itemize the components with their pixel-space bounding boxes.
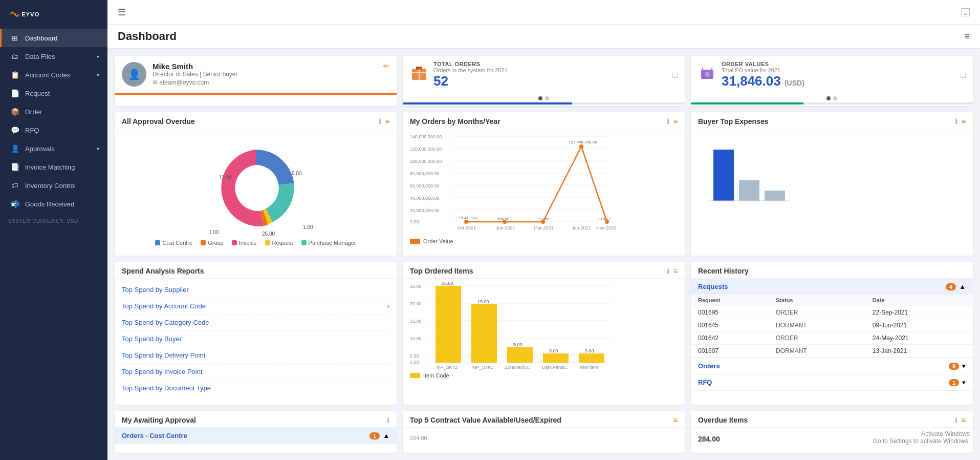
total-orders-progress-bar	[403, 102, 572, 104]
history-orders-row[interactable]: Orders 9 ▾	[691, 358, 973, 374]
cell-request: 001607	[691, 345, 769, 358]
sidebar-item-invoice-matching[interactable]: 📑 Invoice Matching	[0, 158, 107, 176]
chevron-down-icon: ▾	[962, 362, 966, 370]
svg-text:19.00: 19.00	[477, 299, 489, 304]
cell-date: 22-Sep-2021	[865, 306, 973, 319]
legend-label: Group	[208, 240, 224, 246]
recent-history-card: Recent History Requests 4 ▲ Request Stat…	[691, 262, 973, 405]
order-values-menu[interactable]: □	[961, 71, 966, 80]
logo[interactable]: EYVO	[0, 0, 107, 29]
sidebar: EYVO ⊞ Dashboard 🗂 Data Files ▾ 📋 Accoun…	[0, 0, 107, 460]
system-currency: SYSTEM CURRENCY: USD	[0, 213, 107, 229]
menu-icon[interactable]: ≡	[962, 416, 966, 424]
svg-text:120,000,000.00: 120,000,000.00	[410, 147, 442, 152]
sidebar-item-dashboard[interactable]: ⊞ Dashboard	[0, 29, 107, 47]
page-title: Dashboard	[118, 30, 177, 43]
col-request: Request	[691, 295, 769, 306]
svg-text:25.00: 25.00	[442, 281, 453, 286]
history-rfq-row[interactable]: RFQ 1 ▾	[691, 374, 973, 391]
hamburger-button[interactable]: ☰	[118, 7, 126, 18]
sidebar-item-order[interactable]: 📦 Order	[0, 102, 107, 121]
spend-item-document-type[interactable]: Top Spend by Document Type	[122, 380, 389, 396]
spend-item-delivery-point[interactable]: Top Spend by Delivery Point	[122, 347, 389, 364]
bar-chart-legend: Item Code	[410, 370, 678, 381]
overdue-items-title: Overdue Items	[698, 416, 955, 424]
svg-rect-47	[713, 150, 734, 201]
awaiting-approval-card: My Awaiting Approval ℹ Orders - Cost Cen…	[115, 411, 397, 453]
total-orders-menu[interactable]: □	[672, 71, 678, 80]
sidebar-item-request[interactable]: 📄 Request	[0, 84, 107, 102]
requests-label: Requests	[698, 283, 946, 290]
buyer-bar-chart	[698, 139, 800, 221]
order-values-currency: (USD)	[785, 79, 804, 87]
top5-contract-value-row: 284.00	[410, 435, 678, 444]
page-title-bar: Dashboard ≡	[107, 25, 980, 49]
svg-text:123,456,700.00: 123,456,700.00	[569, 140, 597, 144]
sidebar-item-approvals[interactable]: 👤 Approvals ▾	[0, 139, 107, 158]
legend-request: Request	[265, 240, 293, 246]
orders-badge: 9	[949, 363, 959, 370]
chevron-down-icon: ▾	[97, 54, 99, 59]
spend-item-buyer[interactable]: Top Spend by Buyer	[122, 331, 389, 347]
profile-progress-bar	[115, 93, 397, 95]
info-icon[interactable]: ℹ	[379, 117, 381, 126]
profile-card: 👤 Mike Smith Director of Sales | Senior …	[115, 56, 397, 106]
svg-text:Dark Fanta...: Dark Fanta...	[542, 365, 569, 370]
legend-label: Request	[272, 240, 293, 246]
sidebar-item-account-codes[interactable]: 📋 Account Codes ▾	[0, 66, 107, 84]
menu-icon[interactable]: ≡	[673, 416, 678, 424]
sidebar-item-rfq[interactable]: 💬 RFQ	[0, 121, 107, 139]
svg-text:Oct-2021: Oct-2021	[457, 225, 476, 231]
info-icon[interactable]: ℹ	[387, 416, 389, 424]
total-orders-card: TOTAL ORDERS Orders in the system for 20…	[403, 56, 685, 106]
awaiting-orders-cost-centre[interactable]: Orders - Cost Centre 1 ▲	[115, 428, 397, 444]
svg-text:396.00: 396.00	[497, 217, 510, 221]
awaiting-approval-title: My Awaiting Approval	[122, 416, 387, 424]
svg-text:9.00: 9.00	[292, 171, 302, 176]
spend-analysis-list: Top Spend by Supplier Top Spend by Accou…	[115, 279, 397, 403]
svg-text:3.00: 3.00	[585, 348, 594, 353]
total-orders-subtitle: Orders in the system for 2021	[433, 67, 667, 73]
svg-text:1.00: 1.00	[303, 224, 313, 230]
sidebar-item-inventory-control[interactable]: 🏷 Inventory Control	[0, 176, 107, 195]
legend-label: Order Value	[423, 238, 453, 244]
profile-name: Mike Smith	[153, 62, 238, 71]
menu-icon[interactable]: ≡	[673, 267, 678, 275]
legend-label: Cost Centre	[162, 240, 192, 246]
spend-item-category-code[interactable]: Top Spend by Category Code	[122, 315, 389, 331]
svg-point-10	[235, 168, 276, 208]
sidebar-item-goods-received[interactable]: 📬 Goods Received	[0, 195, 107, 213]
menu-icon[interactable]: ≡	[385, 117, 389, 126]
history-requests-header[interactable]: Requests 4 ▲	[691, 279, 973, 295]
menu-icon[interactable]: ≡	[962, 117, 966, 126]
request-icon: 📄	[10, 89, 20, 97]
order-values-progress-bar	[691, 102, 803, 104]
info-icon[interactable]: ℹ	[667, 267, 669, 275]
spend-item-supplier[interactable]: Top Spend by Supplier	[122, 282, 389, 298]
svg-rect-49	[765, 191, 785, 201]
legend-color	[232, 240, 237, 245]
info-icon[interactable]: ℹ	[955, 416, 957, 424]
sidebar-item-label: Dashboard	[25, 34, 99, 42]
svg-text:1.00: 1.00	[209, 229, 219, 235]
page-menu-icon[interactable]: ≡	[964, 31, 970, 42]
edit-profile-icon[interactable]: ✏	[383, 62, 389, 70]
legend-cost-centre: Cost Centre	[155, 240, 192, 246]
window-controls: _	[962, 8, 970, 16]
cell-request: 001642	[691, 332, 769, 345]
info-icon[interactable]: ℹ	[955, 117, 957, 126]
info-icon[interactable]: ℹ	[667, 117, 669, 126]
sidebar-item-data-files[interactable]: 🗂 Data Files ▾	[0, 47, 107, 66]
col-date: Date	[865, 295, 973, 306]
window-minimize-button[interactable]: _	[962, 8, 970, 16]
overdue-items-actions: ℹ ≡	[955, 416, 966, 424]
legend-color	[201, 240, 206, 245]
line-chart-container: 140,000,000.00 120,000,000.00 100,000,00…	[403, 129, 685, 252]
top5-contract-header: Top 5 Contract Value Available/Used/Expi…	[403, 411, 685, 428]
spend-item-invoice-point[interactable]: Top Spend by Invoice Point	[122, 364, 389, 380]
sidebar-item-label: Invoice Matching	[25, 163, 99, 171]
sidebar-item-label: Approvals	[25, 145, 92, 153]
spend-item-account-code[interactable]: Top Spend by Account Code ›	[122, 298, 389, 315]
line-chart-legend: Order Value	[410, 236, 678, 246]
menu-icon[interactable]: ≡	[673, 117, 678, 126]
